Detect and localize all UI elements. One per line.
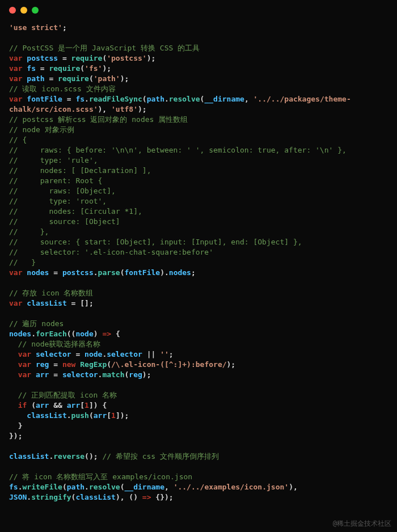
maximize-icon[interactable] — [32, 7, 39, 14]
watermark-text: @稀土掘金技术社区 — [333, 518, 391, 529]
close-icon[interactable] — [9, 7, 16, 14]
terminal-window: 'use strict'; // PostCSS 是一个用 JavaScript… — [0, 0, 397, 514]
window-controls — [0, 0, 397, 18]
code-block: 'use strict'; // PostCSS 是一个用 JavaScript… — [0, 18, 397, 514]
minimize-icon[interactable] — [20, 7, 27, 14]
